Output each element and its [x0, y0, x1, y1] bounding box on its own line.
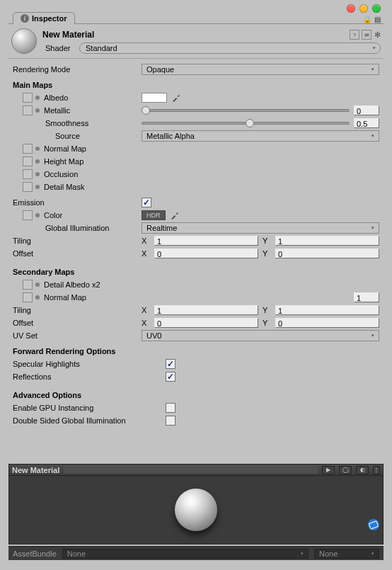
- specular-highlights-checkbox[interactable]: [166, 359, 175, 369]
- preview-viewport[interactable]: [9, 476, 383, 544]
- uv-set-dropdown[interactable]: UV0: [142, 330, 379, 341]
- occlusion-label: Occlusion: [44, 170, 78, 178]
- rendering-mode-label: Rendering Mode: [13, 65, 142, 74]
- bullet-icon: [35, 185, 40, 189]
- light-toggle-icon[interactable]: ◐: [356, 466, 369, 474]
- play-icon[interactable]: ▶: [322, 466, 335, 474]
- inspector-window: i Inspector 🔒 ▤ New Material ? ⇄ Shader …: [0, 0, 392, 570]
- y-label: Y: [263, 236, 271, 245]
- source-label: Source: [55, 132, 80, 140]
- source-dropdown[interactable]: Metallic Alpha: [142, 130, 379, 142]
- gi-dropdown[interactable]: Realtime: [142, 222, 379, 234]
- assetbundle-label: AssetBundle: [13, 549, 57, 558]
- detail-albedo-texture-slot[interactable]: [23, 280, 33, 290]
- forward-rendering-heading: Forward Rendering Options: [13, 347, 197, 355]
- offset-y-field[interactable]: 0: [275, 249, 379, 258]
- dsgi-label: Double Sided Global Illumination: [13, 416, 126, 425]
- smoothness-slider[interactable]: [142, 118, 350, 129]
- tab-label: Inspector: [32, 14, 67, 23]
- tab-bar: i Inspector 🔒 ▤: [8, 10, 384, 24]
- bullet-icon: [35, 283, 40, 287]
- detail-mask-texture-slot[interactable]: [23, 182, 33, 192]
- assetbundle-name-dropdown[interactable]: None: [62, 549, 309, 559]
- window-traffic-lights: [347, 4, 381, 13]
- help-icon[interactable]: ?: [350, 30, 359, 40]
- secondary-normal-map-texture-slot[interactable]: [23, 292, 33, 302]
- secondary-tiling-x-field[interactable]: 1: [154, 305, 258, 315]
- material-title: New Material: [42, 30, 347, 40]
- detail-mask-label: Detail Mask: [44, 183, 84, 191]
- tab-menu-icon[interactable]: ▤: [374, 16, 381, 23]
- secondary-normal-map-field[interactable]: 1: [354, 292, 379, 302]
- sphere-preview-icon[interactable]: ◯: [339, 466, 352, 474]
- emission-checkbox[interactable]: [142, 198, 151, 207]
- preview-title: New Material: [12, 466, 64, 474]
- emission-label: Emission: [13, 198, 45, 207]
- secondary-normal-map-label: Normal Map: [44, 293, 86, 302]
- bullet-icon: [35, 159, 40, 164]
- shader-dropdown[interactable]: Standard: [79, 42, 381, 54]
- gpu-instancing-label: Enable GPU Instancing: [13, 404, 93, 412]
- reflections-checkbox[interactable]: [166, 372, 175, 382]
- secondary-tiling-y-field[interactable]: 1: [275, 305, 379, 315]
- metallic-texture-slot[interactable]: [23, 106, 33, 115]
- preview-drag-handle[interactable]: [64, 467, 318, 474]
- tiling-y-field[interactable]: 1: [275, 236, 379, 246]
- material-preview-pane: New Material ▶ ◯ ◐ ⋮: [8, 464, 384, 545]
- height-map-texture-slot[interactable]: [23, 156, 33, 166]
- zoom-window-icon[interactable]: [372, 4, 381, 13]
- metallic-slider[interactable]: [142, 105, 350, 116]
- hdr-badge[interactable]: HDR: [142, 210, 166, 220]
- preview-menu-icon[interactable]: ⋮: [373, 466, 380, 474]
- asset-label-icon[interactable]: [368, 519, 379, 530]
- specular-highlights-label: Specular Highlights: [13, 360, 80, 368]
- material-preview-thumb[interactable]: [11, 28, 37, 54]
- occlusion-texture-slot[interactable]: [23, 169, 33, 179]
- bullet-icon: [35, 147, 40, 151]
- offset-label: Offset: [13, 249, 33, 258]
- x-label: X: [142, 249, 150, 258]
- bullet-icon: [35, 172, 40, 176]
- close-window-icon[interactable]: [347, 4, 355, 13]
- metallic-value-field[interactable]: 0: [354, 106, 379, 115]
- minimize-window-icon[interactable]: [359, 4, 368, 13]
- tab-inspector[interactable]: i Inspector: [13, 12, 75, 24]
- y-label: Y: [263, 319, 271, 327]
- rendering-mode-dropdown[interactable]: Opaque: [142, 64, 379, 75]
- normal-map-label: Normal Map: [44, 144, 86, 153]
- tiling-x-field[interactable]: 1: [154, 236, 258, 246]
- secondary-maps-heading: Secondary Maps: [13, 268, 142, 276]
- gear-icon[interactable]: [374, 30, 381, 40]
- eyedropper-icon[interactable]: [170, 210, 180, 220]
- preview-sphere: [175, 489, 217, 531]
- eyedropper-icon[interactable]: [171, 93, 181, 103]
- smoothness-value-field[interactable]: 0.5: [354, 118, 379, 128]
- bullet-icon: [35, 108, 40, 113]
- assetbundle-variant-dropdown[interactable]: None: [314, 549, 379, 559]
- dsgi-checkbox[interactable]: [166, 416, 175, 426]
- albedo-texture-slot[interactable]: [23, 93, 33, 103]
- preset-icon[interactable]: ⇄: [362, 30, 371, 40]
- uv-set-label: UV Set: [13, 331, 38, 340]
- info-icon: i: [21, 14, 29, 23]
- main-maps-heading: Main Maps: [13, 81, 142, 89]
- normal-map-texture-slot[interactable]: [23, 144, 33, 154]
- gpu-instancing-checkbox[interactable]: [166, 403, 175, 413]
- albedo-label: Albedo: [44, 93, 68, 102]
- tiling-label: Tiling: [13, 236, 31, 245]
- albedo-color-swatch[interactable]: [142, 93, 167, 103]
- lock-icon[interactable]: 🔒: [363, 16, 371, 23]
- emission-color-texture-slot[interactable]: [23, 210, 33, 220]
- advanced-options-heading: Advanced Options: [13, 391, 197, 399]
- smoothness-label: Smoothness: [45, 119, 88, 127]
- secondary-offset-x-field[interactable]: 0: [154, 318, 258, 328]
- inspector-content: Rendering Mode Opaque Main Maps Albedo M…: [8, 63, 384, 427]
- x-label: X: [142, 319, 150, 327]
- reflections-label: Reflections: [13, 372, 51, 381]
- shader-label: Shader: [42, 44, 79, 52]
- bullet-icon: [35, 213, 40, 217]
- material-header: New Material ? ⇄ Shader Standard: [8, 24, 384, 57]
- offset-x-field[interactable]: 0: [154, 249, 258, 258]
- secondary-tiling-label: Tiling: [13, 306, 31, 314]
- secondary-offset-y-field[interactable]: 0: [275, 318, 379, 328]
